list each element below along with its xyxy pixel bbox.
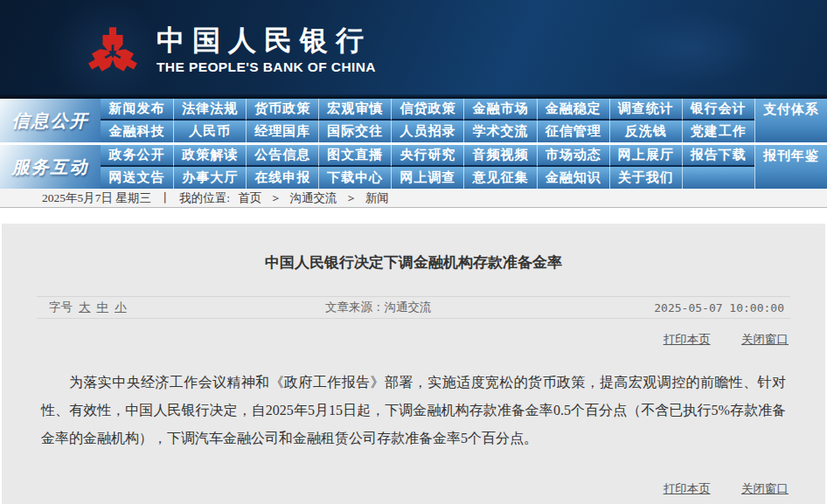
- nav-item[interactable]: 报告下载: [682, 145, 754, 167]
- breadcrumb-news[interactable]: 新闻: [365, 191, 389, 204]
- nav-item[interactable]: 国际交往: [318, 121, 391, 142]
- nav-item[interactable]: 货币政策: [246, 99, 318, 121]
- nav-item[interactable]: 公告信息: [246, 145, 318, 167]
- nav-item[interactable]: 人民币: [173, 121, 246, 142]
- spacer: [0, 208, 827, 224]
- font-size-small-button[interactable]: 小: [115, 300, 127, 314]
- nav-item[interactable]: 网上调查: [391, 167, 463, 189]
- nav-item[interactable]: 宏观审慎: [318, 99, 391, 121]
- nav-item[interactable]: 市场动态: [537, 145, 609, 167]
- font-size-control: 字号大中小: [43, 300, 127, 315]
- nav-item[interactable]: 图文直播: [318, 145, 391, 167]
- nav-item[interactable]: 意见征集: [463, 167, 536, 189]
- main-nav: 信息公开 新闻发布 法律法规 货币政策 宏观审慎 信贷政策 金融市场 金融稳定 …: [0, 99, 827, 189]
- nav-section-info-disclosure: 信息公开 新闻发布 法律法规 货币政策 宏观审慎 信贷政策 金融市场 金融稳定 …: [0, 99, 827, 142]
- nav-section-label-info-disclosure[interactable]: 信息公开: [0, 99, 101, 142]
- nav-item[interactable]: 信贷政策: [391, 99, 463, 121]
- breadcrumb-separator: ＞: [270, 191, 282, 204]
- divider: 丨: [159, 191, 171, 204]
- nav-item[interactable]: 办事大厅: [173, 167, 246, 189]
- breadcrumb-communication[interactable]: 沟通交流: [290, 191, 337, 204]
- article-datetime: 2025-05-07 10:00:00: [654, 301, 784, 314]
- article-body: 为落实中央经济工作会议精神和《政府工作报告》部署，实施适度宽松的货币政策，提高宏…: [41, 369, 786, 452]
- print-page-link[interactable]: 打印本页: [664, 482, 711, 495]
- nav-item[interactable]: 党建工作: [682, 121, 754, 142]
- nav-item[interactable]: 音频视频: [463, 145, 536, 167]
- article-actions-top: 打印本页 关闭窗口: [2, 332, 789, 348]
- nav-item[interactable]: 调查统计: [609, 99, 682, 121]
- nav-item[interactable]: 网送文告: [101, 167, 173, 189]
- nav-item[interactable]: 金融市场: [463, 99, 536, 121]
- nav-item[interactable]: 法律法规: [173, 99, 246, 121]
- article-actions-bottom: 打印本页 关闭窗口: [2, 481, 789, 497]
- breadcrumb: 2025年5月7日 星期三 丨 我的位置: 首页 ＞ 沟通交流 ＞ 新闻: [0, 189, 827, 208]
- site-header: 中国人民银行 THE PEOPLE'S BANK OF CHINA: [0, 0, 827, 99]
- nav-item[interactable]: 金融知识: [537, 167, 609, 189]
- source-label: 文章来源：: [325, 300, 385, 314]
- nav-section-service-interaction: 服务互动 政务公开 政策解读 公告信息 图文直播 央行研究 音频视频 市场动态 …: [0, 145, 827, 189]
- article-title: 中国人民银行决定下调金融机构存款准备金率: [2, 252, 825, 273]
- close-window-link[interactable]: 关闭窗口: [741, 333, 789, 346]
- nav-item[interactable]: 反洗钱: [609, 121, 682, 142]
- location-label: 我的位置:: [179, 191, 230, 204]
- nav-item[interactable]: 支付体系: [754, 99, 827, 142]
- nav-item[interactable]: 政务公开: [101, 145, 173, 167]
- article-meta-bar: 字号大中小 文章来源：沟通交流 2025-05-07 10:00:00: [37, 296, 790, 319]
- nav-section-label-service-interaction[interactable]: 服务互动: [0, 145, 101, 189]
- current-date: 2025年5月7日 星期三: [42, 191, 151, 204]
- font-size-label: 字号: [49, 300, 73, 314]
- pbc-logo-icon[interactable]: [83, 15, 142, 85]
- print-page-link[interactable]: 打印本页: [664, 333, 711, 346]
- article-panel: 中国人民银行决定下调金融机构存款准备金率 字号大中小 文章来源：沟通交流 202…: [2, 224, 825, 504]
- nav-grid: 新闻发布 法律法规 货币政策 宏观审慎 信贷政策 金融市场 金融稳定 调查统计 …: [101, 99, 827, 142]
- nav-item[interactable]: 金融科技: [101, 121, 173, 142]
- nav-item[interactable]: 央行研究: [391, 145, 463, 167]
- nav-item[interactable]: 银行会计: [682, 99, 754, 121]
- font-size-large-button[interactable]: 大: [79, 300, 91, 314]
- nav-grid: 政务公开 政策解读 公告信息 图文直播 央行研究 音频视频 市场动态 网上展厅 …: [101, 145, 827, 189]
- nav-item: [682, 167, 754, 189]
- article-source: 文章来源：沟通交流: [325, 300, 432, 315]
- nav-item[interactable]: 金融稳定: [537, 99, 609, 121]
- nav-item[interactable]: 在线申报: [246, 167, 318, 189]
- nav-item[interactable]: 政策解读: [173, 145, 246, 167]
- breadcrumb-home[interactable]: 首页: [238, 191, 261, 204]
- nav-item[interactable]: 人员招录: [391, 121, 463, 142]
- nav-item[interactable]: 新闻发布: [101, 99, 173, 121]
- nav-item[interactable]: 关于我们: [609, 167, 682, 189]
- nav-item[interactable]: 经理国库: [246, 121, 318, 142]
- nav-item[interactable]: 征信管理: [537, 121, 609, 142]
- org-name-en: THE PEOPLE'S BANK OF CHINA: [156, 59, 376, 75]
- font-size-medium-button[interactable]: 中: [97, 300, 109, 314]
- source-value: 沟通交流: [385, 300, 432, 314]
- nav-item[interactable]: 网上展厅: [609, 145, 682, 167]
- breadcrumb-separator: ＞: [345, 191, 358, 204]
- nav-item[interactable]: 下载中心: [318, 167, 391, 189]
- nav-item[interactable]: 学术交流: [463, 121, 536, 142]
- close-window-link[interactable]: 关闭窗口: [741, 482, 789, 495]
- nav-item[interactable]: 报刊年鉴: [754, 145, 827, 189]
- org-name-cn: 中国人民银行: [156, 24, 376, 57]
